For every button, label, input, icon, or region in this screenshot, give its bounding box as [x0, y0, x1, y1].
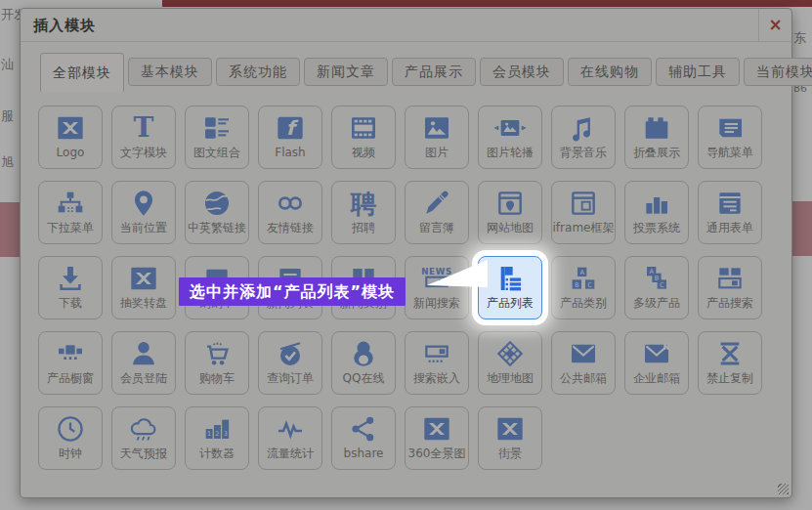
module-label: 产品列表	[487, 295, 534, 311]
dim-overlay	[0, 0, 812, 510]
tooltip-pointer	[427, 260, 488, 289]
product-list-icon	[494, 263, 526, 294]
tutorial-tooltip: 选中并添加“产品列表”模块	[179, 277, 406, 306]
